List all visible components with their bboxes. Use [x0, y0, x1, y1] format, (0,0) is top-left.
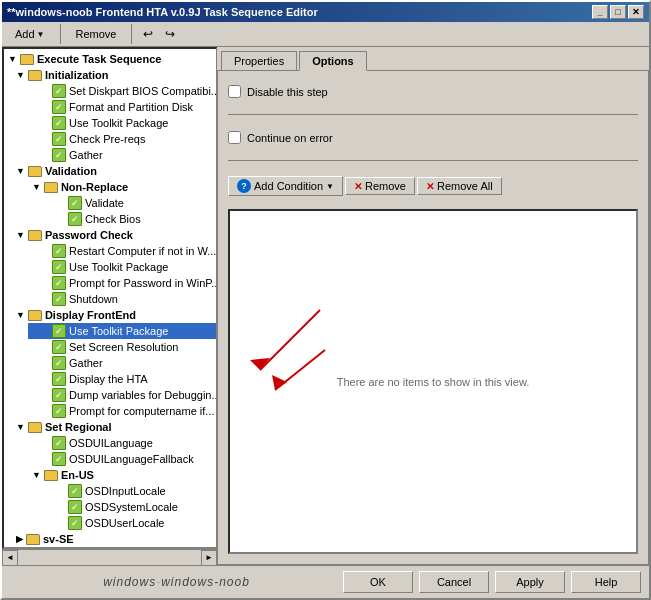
- list-item[interactable]: ✓Prompt for computername if...: [28, 403, 216, 419]
- list-item[interactable]: ✓Check Bios: [44, 211, 216, 227]
- validation-arrow: ▼: [16, 166, 25, 176]
- group-password-header[interactable]: ▼ Password Check: [12, 227, 216, 243]
- group-svse: ▶ sv-SE: [4, 531, 216, 547]
- non-replace-header[interactable]: ▼ Non-Replace: [28, 179, 216, 195]
- list-item[interactable]: ✓Use Toolkit Package: [28, 259, 216, 275]
- check-icon: ✓: [68, 196, 82, 210]
- conditions-view: There are no items to show in this view.: [228, 209, 638, 554]
- list-item[interactable]: ✓Set Diskpart BIOS Compatibi...: [28, 83, 216, 99]
- add-condition-button[interactable]: ? Add Condition ▼: [228, 176, 343, 196]
- list-item[interactable]: ✓Set Screen Resolution: [28, 339, 216, 355]
- dialog-buttons: OK Cancel Apply Help: [343, 571, 641, 593]
- menu-bar: Add ▼ Remove ↩ ↪: [2, 22, 649, 47]
- tree-root-header[interactable]: ▼ Execute Task Sequence: [4, 51, 216, 67]
- list-item[interactable]: ✓OSDSystemLocale: [44, 499, 216, 515]
- tree-panel: ▼ Execute Task Sequence ▼ Initialization…: [2, 47, 217, 549]
- ok-button[interactable]: OK: [343, 571, 413, 593]
- help-button[interactable]: Help: [571, 571, 641, 593]
- remove-all-button[interactable]: ✕ Remove All: [417, 177, 502, 195]
- close-button[interactable]: ✕: [628, 5, 644, 19]
- tab-content-options: Disable this step Continue on error ? Ad…: [217, 70, 649, 565]
- list-item[interactable]: ✓OSDUserLocale: [44, 515, 216, 531]
- hscroll-right[interactable]: ►: [201, 550, 217, 566]
- remove-menu-button[interactable]: Remove: [67, 25, 126, 43]
- display-label: Display FrontEnd: [45, 309, 136, 321]
- list-item[interactable]: ✓OSDUILanguageFallback: [28, 451, 216, 467]
- check-icon: ✓: [68, 516, 82, 530]
- hscroll-left[interactable]: ◄: [2, 550, 18, 566]
- check-icon: ✓: [52, 260, 66, 274]
- check-icon: ✓: [52, 116, 66, 130]
- list-item[interactable]: ✓Dump variables for Debuggin...: [28, 387, 216, 403]
- right-panel: Properties Options Disable this step Con…: [217, 47, 649, 565]
- list-item[interactable]: ✓Restart Computer if not in W...: [28, 243, 216, 259]
- toolbar-icon-2[interactable]: ↪: [160, 24, 180, 44]
- check-icon: ✓: [52, 452, 66, 466]
- tree-root: ▼ Execute Task Sequence ▼ Initialization…: [4, 49, 216, 549]
- apply-button[interactable]: Apply: [495, 571, 565, 593]
- group-validation-header[interactable]: ▼ Validation: [12, 163, 216, 179]
- list-item[interactable]: ✓Gather: [28, 355, 216, 371]
- left-panel-wrapper: ▼ Execute Task Sequence ▼ Initialization…: [2, 47, 217, 565]
- password-arrow: ▼: [16, 230, 25, 240]
- group-regional-header[interactable]: ▼ Set Regional: [12, 419, 216, 435]
- window-title: **windows-noob Frontend HTA v.0.9J Task …: [7, 6, 318, 18]
- validation-folder: [28, 166, 42, 177]
- tree-hscrollbar[interactable]: ◄ ►: [2, 549, 217, 565]
- group-initialization: ▼ Initialization ✓Set Diskpart BIOS Comp…: [4, 67, 216, 163]
- check-icon: ✓: [52, 404, 66, 418]
- tab-options[interactable]: Options: [299, 51, 367, 71]
- init-items: ✓Set Diskpart BIOS Compatibi... ✓Format …: [12, 83, 216, 163]
- list-item[interactable]: ✓Display the HTA: [28, 371, 216, 387]
- group-initialization-header[interactable]: ▼ Initialization: [12, 67, 216, 83]
- minimize-button[interactable]: _: [592, 5, 608, 19]
- cancel-button[interactable]: Cancel: [419, 571, 489, 593]
- continue-error-row: Continue on error: [228, 127, 638, 148]
- check-icon: ✓: [52, 148, 66, 162]
- add-menu-button[interactable]: Add ▼: [6, 25, 54, 43]
- list-item[interactable]: ✓OSDUILanguage: [28, 435, 216, 451]
- check-icon: ✓: [52, 100, 66, 114]
- list-item[interactable]: ✓Prompt for Password in WinP...: [28, 275, 216, 291]
- list-item[interactable]: ✓OSDInputLocale: [44, 483, 216, 499]
- nonreplace-folder: [44, 182, 58, 193]
- remove-icon: ✕: [354, 181, 362, 192]
- list-item[interactable]: ✓Format and Partition Disk: [28, 99, 216, 115]
- init-label: Initialization: [45, 69, 109, 81]
- enus-arrow: ▼: [32, 470, 41, 480]
- group-display-header[interactable]: ▼ Display FrontEnd: [12, 307, 216, 323]
- root-folder-icon: [20, 54, 34, 65]
- list-item[interactable]: ✓Gather: [28, 147, 216, 163]
- check-icon: ✓: [52, 372, 66, 386]
- remove-condition-button[interactable]: ✕ Remove: [345, 177, 415, 195]
- tab-properties[interactable]: Properties: [221, 51, 297, 70]
- display-folder: [28, 310, 42, 321]
- continue-error-checkbox[interactable]: [228, 131, 241, 144]
- check-icon: ✓: [52, 84, 66, 98]
- svse-label: sv-SE: [43, 533, 74, 545]
- root-label: Execute Task Sequence: [37, 53, 162, 65]
- title-bar: **windows-noob Frontend HTA v.0.9J Task …: [2, 2, 649, 22]
- list-item[interactable]: ✓Use Toolkit Package: [28, 115, 216, 131]
- content-area: ▼ Execute Task Sequence ▼ Initialization…: [2, 47, 649, 565]
- add-condition-dropdown: ▼: [326, 182, 334, 191]
- toolbar-icon-1[interactable]: ↩: [138, 24, 158, 44]
- section-divider-2: [228, 160, 638, 161]
- nonreplace-arrow: ▼: [32, 182, 41, 192]
- group-validation: ▼ Validation ▼ Non-Replace ✓Validat: [4, 163, 216, 227]
- list-item[interactable]: ✓Shutdown: [28, 291, 216, 307]
- en-us-header[interactable]: ▼ En-US: [28, 467, 216, 483]
- disable-step-checkbox[interactable]: [228, 85, 241, 98]
- group-password-check: ▼ Password Check ✓Restart Computer if no…: [4, 227, 216, 307]
- check-icon: ✓: [52, 292, 66, 306]
- check-icon: ✓: [52, 436, 66, 450]
- group-svse-header[interactable]: ▶ sv-SE: [12, 531, 216, 547]
- brand-label: windows-noob: [161, 575, 250, 589]
- list-item[interactable]: ✓Validate: [44, 195, 216, 211]
- list-item[interactable]: ✓Use Toolkit Package: [28, 323, 216, 339]
- maximize-button[interactable]: □: [610, 5, 626, 19]
- list-item[interactable]: ✓Check Pre-reqs: [28, 131, 216, 147]
- disable-step-row: Disable this step: [228, 81, 638, 102]
- main-window: **windows-noob Frontend HTA v.0.9J Task …: [0, 0, 651, 600]
- remove-label: Remove: [365, 180, 406, 192]
